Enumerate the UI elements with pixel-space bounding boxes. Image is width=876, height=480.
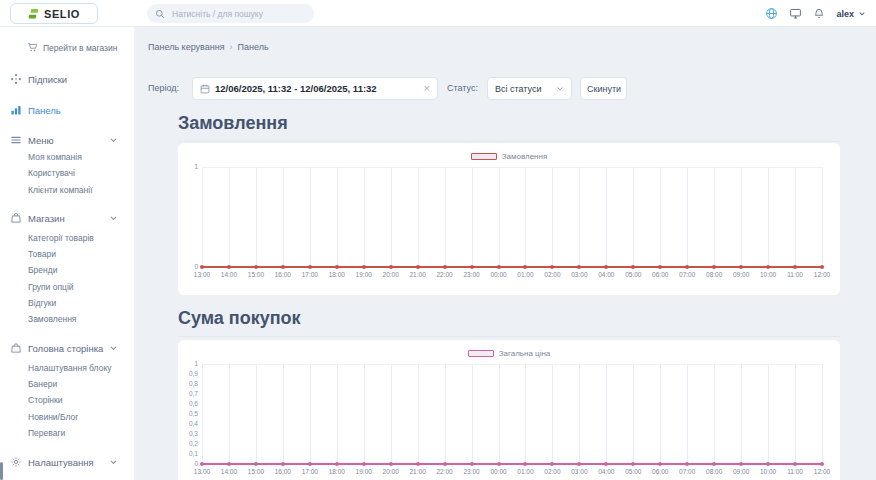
sidebar-subitem-homepage-0[interactable]: Налаштування блоку bbox=[28, 361, 111, 375]
scrollbar[interactable] bbox=[0, 462, 3, 480]
gridline bbox=[633, 167, 634, 267]
x-tick-label: 19:00 bbox=[356, 271, 372, 278]
series-point bbox=[820, 265, 824, 269]
orders-chart: Замовлення13:0014:0015:0016:0017:0018:00… bbox=[178, 143, 840, 295]
series-point bbox=[497, 265, 501, 269]
y-tick-label: 0,3 bbox=[180, 430, 198, 437]
x-tick-label: 11:00 bbox=[787, 271, 803, 278]
gridline bbox=[202, 364, 203, 464]
period-range-input[interactable]: 12/06/2025, 11:32 - 12/06/2025, 11:32 × bbox=[192, 77, 438, 100]
series-point bbox=[658, 265, 662, 269]
gridline bbox=[310, 167, 311, 267]
user-menu[interactable]: alex bbox=[836, 9, 866, 19]
sidebar-item-label: Налаштування bbox=[28, 457, 94, 468]
logo[interactable]: SELIO bbox=[10, 3, 98, 24]
sidebar-subitem-homepage-2[interactable]: Сторінки bbox=[28, 393, 62, 407]
x-tick-label: 07:00 bbox=[679, 468, 695, 475]
series-point bbox=[335, 265, 339, 269]
y-tick-label: 1 bbox=[180, 163, 198, 170]
series-point bbox=[200, 265, 204, 269]
y-tick-label: 0 bbox=[180, 460, 198, 467]
sidebar-item-dashboard[interactable]: Панель bbox=[0, 101, 135, 119]
series-point bbox=[200, 462, 204, 466]
gridline bbox=[822, 364, 823, 464]
sidebar-subitem-store-4[interactable]: Відгуки bbox=[28, 296, 56, 310]
chevron-down-icon bbox=[109, 458, 118, 467]
x-tick-label: 03:00 bbox=[571, 468, 587, 475]
display-icon[interactable] bbox=[789, 7, 802, 20]
series-point bbox=[389, 265, 393, 269]
x-tick-label: 17:00 bbox=[302, 271, 318, 278]
gridline bbox=[768, 364, 769, 464]
sidebar-subitem-menu-0[interactable]: Моя компанія bbox=[28, 150, 82, 164]
x-tick-label: 16:00 bbox=[275, 468, 291, 475]
gridline bbox=[391, 364, 392, 464]
series-point bbox=[739, 462, 743, 466]
series-point bbox=[793, 265, 797, 269]
store-icon bbox=[10, 212, 22, 224]
series-point bbox=[685, 462, 689, 466]
sidebar-item-store[interactable]: Магазин bbox=[0, 209, 135, 227]
status-label: Статус: bbox=[447, 77, 478, 100]
search-input[interactable] bbox=[170, 8, 306, 20]
breadcrumb: Панель керування › Панель bbox=[148, 42, 269, 52]
sidebar-subitem-store-2[interactable]: Бренди bbox=[28, 263, 57, 277]
sidebar-subitem-menu-2[interactable]: Клієнти компанії bbox=[28, 183, 93, 197]
bell-icon[interactable] bbox=[813, 7, 825, 20]
x-tick-label: 05:00 bbox=[625, 468, 641, 475]
globe-icon[interactable] bbox=[765, 7, 778, 20]
chart-legend[interactable]: Замовлення bbox=[178, 152, 840, 161]
sidebar: Перейти в магазинПідпискиПанельМенюМоя к… bbox=[0, 27, 135, 480]
chevron-down-icon bbox=[109, 136, 118, 145]
breadcrumb-item-dashboard[interactable]: Панель керування bbox=[148, 42, 225, 52]
x-tick-label: 06:00 bbox=[652, 468, 668, 475]
sidebar-subitem-store-5[interactable]: Замовлення bbox=[28, 312, 76, 326]
gridline bbox=[337, 364, 338, 464]
gridline bbox=[256, 364, 257, 464]
series-point bbox=[281, 462, 285, 466]
sidebar-item-menu[interactable]: Меню bbox=[0, 131, 135, 149]
gridline bbox=[687, 167, 688, 267]
sidebar-item-settings[interactable]: Налаштування bbox=[0, 453, 135, 471]
sidebar-subitem-menu-1[interactable]: Користувачі bbox=[28, 166, 75, 180]
gridline bbox=[202, 167, 203, 267]
sidebar-subitem-homepage-4[interactable]: Переваги bbox=[28, 426, 65, 440]
clear-icon[interactable]: × bbox=[424, 83, 430, 94]
legend-label: Замовлення bbox=[502, 152, 548, 161]
x-tick-label: 08:00 bbox=[706, 468, 722, 475]
series-point bbox=[362, 265, 366, 269]
series-point bbox=[766, 462, 770, 466]
gridline bbox=[499, 364, 500, 464]
series-line bbox=[202, 266, 822, 268]
sidebar-store-link[interactable]: Перейти в магазин bbox=[27, 42, 117, 53]
sidebar-item-homepage[interactable]: Головна сторінка bbox=[0, 339, 135, 357]
app-header: SELIO bbox=[0, 0, 876, 27]
gridline bbox=[741, 167, 742, 267]
breadcrumb-current: Панель bbox=[238, 42, 269, 52]
x-tick-label: 14:00 bbox=[221, 271, 237, 278]
dashboard-icon bbox=[10, 104, 22, 116]
breadcrumb-separator: › bbox=[230, 42, 233, 52]
gridline bbox=[202, 167, 822, 168]
sidebar-subitem-homepage-3[interactable]: Новини/Блог bbox=[28, 410, 78, 424]
chevron-down-icon bbox=[858, 10, 866, 18]
x-tick-label: 18:00 bbox=[329, 271, 345, 278]
sidebar-subitem-store-3[interactable]: Групи опцій bbox=[28, 280, 74, 294]
x-tick-label: 14:00 bbox=[221, 468, 237, 475]
gridline bbox=[472, 167, 473, 267]
series-point bbox=[604, 265, 608, 269]
sidebar-subitem-store-1[interactable]: Товари bbox=[28, 247, 56, 261]
sidebar-subitem-store-0[interactable]: Категорії товарів bbox=[28, 231, 94, 245]
reset-button[interactable]: Скинути bbox=[580, 77, 627, 100]
search-bar[interactable] bbox=[147, 4, 314, 23]
x-tick-label: 09:00 bbox=[733, 271, 749, 278]
sidebar-item-subscriptions[interactable]: Підписки bbox=[0, 70, 135, 88]
y-tick-label: 0,1 bbox=[180, 450, 198, 457]
x-tick-label: 18:00 bbox=[329, 468, 345, 475]
sidebar-subitem-homepage-1[interactable]: Банери bbox=[28, 377, 57, 391]
x-tick-label: 23:00 bbox=[463, 271, 479, 278]
status-select[interactable]: Всі статуси bbox=[487, 77, 572, 100]
x-tick-label: 08:00 bbox=[706, 271, 722, 278]
chart-legend[interactable]: Загальна ціна bbox=[178, 349, 840, 358]
y-tick-label: 0 bbox=[180, 263, 198, 270]
